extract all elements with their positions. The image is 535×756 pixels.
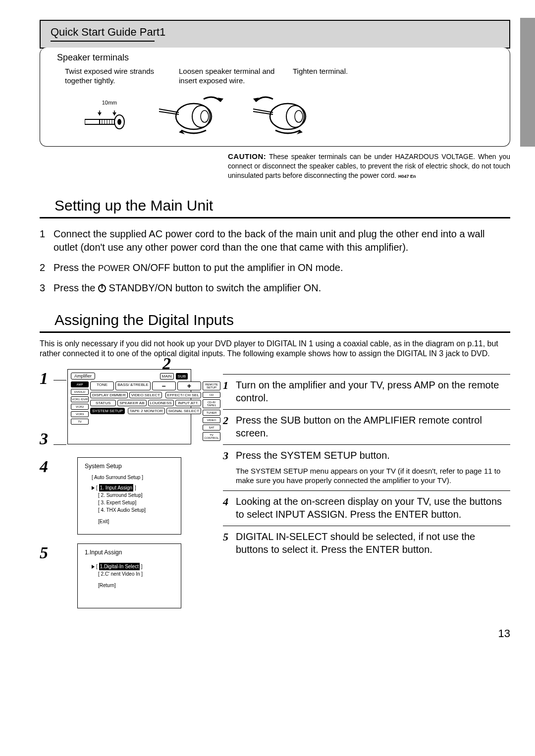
btn: SPEAKER AB (117, 400, 146, 406)
side-btn: TUNER (203, 410, 220, 416)
left-column: 2 1 3 Amplifier MAIN SUB (40, 369, 208, 617)
step-num: 3 (40, 281, 54, 295)
wire-icon (85, 107, 134, 136)
step-text: Press the POWER ON/OFF button to put the… (54, 261, 510, 274)
callout-row-5: 5 1.Input Assign [ 1.Digital-In Select ]… (40, 543, 208, 608)
right-step-2: 2 Press the SUB button on the AMPLIFIER … (223, 414, 510, 439)
step-num: 2 (40, 261, 54, 274)
step-num: 1 (223, 378, 236, 404)
osd-item: [ 3. Expert Setup] (98, 499, 174, 506)
step-num: 1 (40, 227, 54, 254)
header-box: Quick Start Guide Part1 (40, 20, 510, 49)
btn: EFFECT/ CH SEL (165, 392, 201, 398)
side-btn: TV CONTROL (203, 432, 220, 441)
page-number: 13 (40, 627, 510, 640)
text: Press the (54, 282, 98, 293)
side-btn: CD (203, 392, 220, 398)
minus-btn: – (152, 381, 176, 390)
caution-code: H047 En (398, 174, 416, 179)
right-column: 1 Turn on the amplifier and your TV, pre… (223, 369, 510, 617)
tighten-diagram (248, 92, 322, 136)
btn: TONE (90, 381, 114, 390)
main-button: MAIN (160, 373, 174, 379)
page: Quick Start Guide Part1 Speaker terminal… (0, 0, 535, 665)
osd-exit: [Exit] (98, 518, 174, 525)
right-step-5: 5 DIGITAL IN-SELECT should be selected, … (223, 530, 510, 556)
caution-body: These speaker terminals can be under HAZ… (228, 153, 510, 179)
step-num: 5 (223, 530, 236, 556)
header-title: Quick Start Guide Part1 (51, 26, 499, 39)
section-setup-title: Setting up the Main Unit (40, 197, 510, 218)
side-btn: SAT (203, 425, 220, 431)
osd-item: [ 2.C' nent Video In ] (98, 570, 174, 578)
step-text: Connect the supplied AC power cord to th… (54, 227, 510, 254)
callout-3: 3 (40, 430, 57, 448)
svg-point-6 (117, 119, 121, 125)
page-tab-edge (520, 18, 535, 147)
osd-item: [ 1.Digital-In Select ] (92, 563, 174, 570)
setup-steps: 1 Connect the supplied AC power cord to … (40, 227, 510, 295)
osd-title: 1.Input Assign (85, 549, 174, 556)
osd-item: [ 4. THX Audio Setup] (98, 506, 174, 514)
loosen-icon (154, 92, 228, 136)
connector-line (54, 444, 66, 445)
system-setup-btn: SYSTEM SETUP (90, 408, 125, 414)
speaker-diagrams: 10mm (85, 92, 500, 136)
callout-5: 5 (40, 543, 57, 562)
step-text: Looking at the on-screen display on your… (236, 495, 510, 521)
osd-item: [ Auto Surround Setup ] (92, 474, 174, 481)
measure-label: 10mm (102, 100, 117, 106)
loosen-diagram (154, 92, 228, 136)
side-btn: AMP (71, 381, 89, 387)
speaker-col-2: Loosen speaker terminal and insert expos… (179, 67, 278, 86)
speaker-col-1: Twist exposed wire strands together tigh… (65, 67, 164, 86)
right-step-4: 4 Looking at the on-screen display on yo… (223, 495, 510, 521)
svg-marker-1 (98, 112, 102, 115)
speaker-terminals-box: Speaker terminals Twist exposed wire str… (40, 48, 510, 147)
btn: INPUT ATT. (175, 400, 201, 406)
side-btn: DVD/LD (71, 389, 89, 395)
caution-label: CAUTION: (228, 152, 266, 161)
osd-item: [ 2. Surround Setup] (98, 491, 174, 499)
side-btn: VIDEO (203, 417, 220, 423)
header-underline (51, 41, 155, 42)
btn: DISPLAY DIMMER (90, 392, 128, 398)
right-step-1: 1 Turn on the amplifier and your TV, pre… (223, 378, 510, 404)
step-1: 1 Connect the supplied AC power cord to … (40, 227, 510, 254)
plus-btn: + (177, 381, 201, 390)
step-3: 3 Press the STANDBY/ON button to switch … (40, 281, 510, 295)
osd-selected: 1. Input Assign (99, 484, 134, 491)
divider (223, 444, 510, 445)
remote-label: Amplifier (71, 373, 95, 379)
section-assign-title: Assigning the Digital Inputs (40, 312, 510, 333)
svg-marker-3 (112, 112, 116, 115)
side-btn: VCR2 (71, 404, 89, 410)
osd-item: [ 1. Input Assign ] (92, 484, 174, 491)
btn: BASS/ &TREBLE (115, 381, 150, 390)
callout-row-1-3: 1 3 Amplifier MAIN SUB AMP DVD (40, 369, 208, 448)
step-text: Press the SYSTEM SETUP button. (236, 449, 510, 463)
step-num: 3 (223, 449, 236, 463)
svg-rect-4 (85, 119, 100, 124)
callout-row-4: 4 System Setup [ Auto Surround Setup ] [… (40, 457, 208, 535)
text: ON/OFF button to put the amplifier in ON… (130, 262, 343, 273)
assign-intro: This is only necessary if you did not ho… (40, 339, 510, 360)
side-btn: REMOTE SETUP (203, 381, 220, 390)
svg-point-10 (201, 110, 209, 122)
step-text: Press the SUB button on the AMPLIFIER re… (236, 414, 510, 439)
divider (223, 374, 510, 375)
divider (223, 409, 510, 410)
btn: TAPE 2 MONITOR (128, 408, 165, 414)
right-step-3: 3 Press the SYSTEM SETUP button. (223, 449, 510, 463)
step-num: 4 (223, 495, 236, 521)
step-text: Turn on the amplifier and your TV, press… (236, 378, 510, 404)
osd-selected: 1.Digital-In Select (99, 563, 140, 570)
text: Press the (54, 262, 98, 273)
standby-icon (98, 284, 106, 292)
sub-button: SUB (176, 373, 188, 379)
callout-1: 1 (40, 369, 57, 388)
osd-title: System Setup (85, 463, 174, 470)
side-btn: CD-R/ TAPE1 (203, 399, 220, 408)
power-word: POWER (98, 264, 130, 273)
divider (223, 490, 510, 491)
